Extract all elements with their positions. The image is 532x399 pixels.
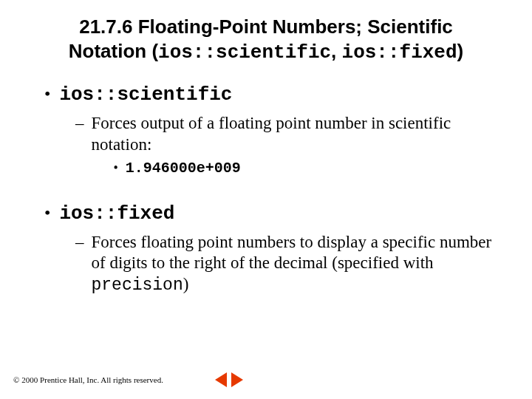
item-label-scientific: ios::scientific bbox=[59, 83, 232, 106]
sub-text-code: precision bbox=[92, 276, 183, 295]
nav-arrows bbox=[215, 372, 243, 387]
sub-text-after: ) bbox=[183, 275, 189, 293]
sub-text: Forces floating point numbers to display… bbox=[92, 232, 503, 296]
bullet-list: • ios::scientific – Forces output of a f… bbox=[30, 83, 502, 296]
title-suffix: ) bbox=[457, 40, 464, 62]
dash-icon: – bbox=[75, 113, 84, 177]
title-code-fixed: ios::fixed bbox=[342, 41, 457, 64]
prev-slide-button[interactable] bbox=[215, 372, 227, 387]
copyright-text: 2000 Prentice Hall, Inc. All rights rese… bbox=[21, 375, 163, 384]
list-item: • ios::scientific – Forces output of a f… bbox=[44, 83, 502, 177]
sub-list: – Forces output of a floating point numb… bbox=[44, 113, 502, 177]
title-code-scientific: ios::scientific bbox=[158, 41, 331, 64]
sub-text: Forces output of a floating point number… bbox=[92, 113, 503, 177]
sub-text-content: Forces output of a floating point number… bbox=[92, 114, 451, 154]
list-item: • ios::fixed – Forces floating point num… bbox=[44, 202, 502, 296]
list-item: – Forces floating point numbers to displ… bbox=[75, 232, 502, 296]
sub-list: – Forces floating point numbers to displ… bbox=[44, 232, 502, 296]
footer: © 2000 Prentice Hall, Inc. All rights re… bbox=[13, 372, 243, 387]
subsub-list: • 1.946000e+009 bbox=[92, 159, 503, 177]
copyright-icon: © bbox=[13, 375, 19, 384]
title-sep: , bbox=[331, 40, 341, 62]
list-item: – Forces output of a floating point numb… bbox=[75, 113, 502, 177]
copyright: © 2000 Prentice Hall, Inc. All rights re… bbox=[13, 375, 163, 384]
bullet-dot-icon: • bbox=[44, 85, 50, 103]
list-item: • 1.946000e+009 bbox=[114, 159, 503, 177]
bullet-dot-icon: • bbox=[114, 160, 118, 177]
slide: 21.7.6 Floating-Point Numbers; Scientifi… bbox=[0, 0, 532, 399]
slide-title: 21.7.6 Floating-Point Numbers; Scientifi… bbox=[44, 15, 488, 64]
dash-icon: – bbox=[75, 232, 84, 296]
item-label-fixed: ios::fixed bbox=[59, 202, 174, 225]
sub-text-before: Forces floating point numbers to display… bbox=[92, 233, 492, 273]
example-value: 1.946000e+009 bbox=[126, 159, 241, 177]
next-slide-button[interactable] bbox=[231, 372, 243, 387]
bullet-dot-icon: • bbox=[44, 204, 50, 222]
